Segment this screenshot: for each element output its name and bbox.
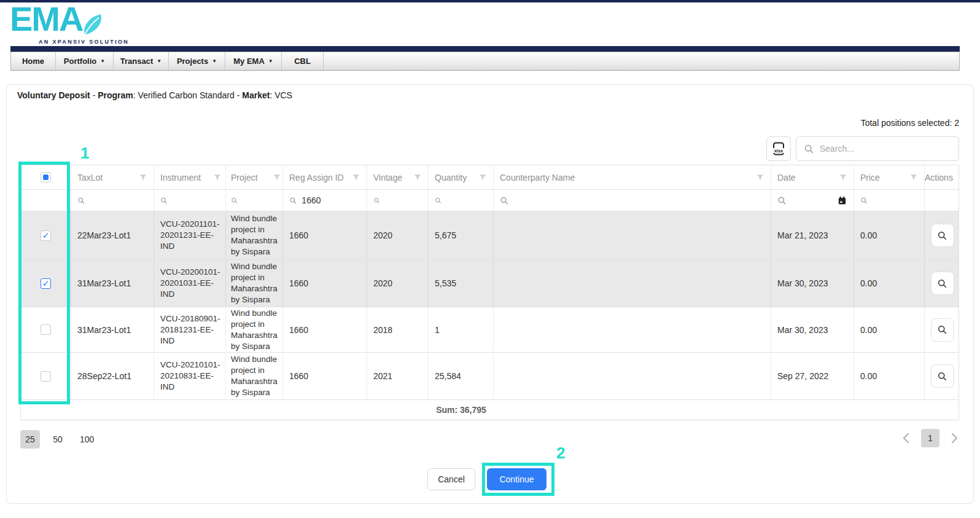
cell-counterparty [494,211,771,259]
filter-icon[interactable] [273,173,281,182]
cell-vintage: 2021 [367,353,429,399]
filter-icon[interactable] [413,173,422,182]
filter-icon[interactable] [478,173,487,182]
total-positions-selected: Total positions selected: 2 [861,118,959,128]
calendar-icon[interactable] [837,195,847,206]
table-sum-row: Sum: 36,795 [21,400,959,420]
filter-input-vintage[interactable] [385,195,422,205]
cell-taxlot: 31Mar23-Lot1 [71,307,154,352]
page-title: Voluntary Deposit - Program: Verified Ca… [17,90,292,100]
cell-counterparty [494,260,771,307]
row-checkbox[interactable] [41,230,51,241]
cell-counterparty [494,307,771,352]
filter-input-counterparty[interactable] [513,195,764,205]
table-row: 28Sep22-Lot1 VCU-20210101-20210831-EE-IN… [21,353,959,400]
filter-icon[interactable] [352,173,360,182]
nav-my-ema[interactable]: My EMA▼ [225,52,282,70]
filter-cell-project [226,190,283,211]
column-header-price[interactable]: Price [854,165,925,189]
filter-icon[interactable] [139,173,147,182]
export-xlsx-button[interactable]: xlsx [766,136,791,161]
filter-icon[interactable] [909,173,918,182]
page-size-selector: 25 50 100 [20,430,98,449]
row-view-button[interactable] [931,364,954,388]
prev-page-button[interactable] [901,432,911,444]
row-checkbox[interactable] [41,278,51,289]
filter-icon[interactable] [213,173,222,182]
nav-transact[interactable]: Transact▼ [114,52,169,70]
page-size-25[interactable]: 25 [20,430,40,449]
column-header-date[interactable]: Date [771,165,854,189]
cell-date: Sep 27, 2022 [771,353,854,399]
chevron-down-icon: ▼ [212,59,217,64]
chevron-right-icon [949,432,959,444]
search-icon [77,196,85,205]
cell-instrument: VCU-20200101-20201031-EE-IND [154,260,226,307]
row-view-button[interactable] [931,272,954,295]
pager: 1 [901,429,959,447]
magnifier-icon [937,278,947,289]
row-checkbox[interactable] [41,371,51,382]
filter-input-instrument[interactable] [173,195,222,205]
cell-quantity: 5,675 [429,211,494,259]
search-icon [373,196,380,205]
chevron-down-icon: ▼ [268,59,273,64]
logo-tagline: AN XPANSIV SOLUTION [39,39,129,45]
cell-project: Wind bundle project in Maharashtra by Si… [226,353,283,399]
cancel-button[interactable]: Cancel [427,468,475,490]
cell-counterparty [494,353,771,399]
cell-taxlot: 28Sep22-Lot1 [71,353,154,399]
column-header-reg-assign-id[interactable]: Reg Assign ID [283,165,367,189]
filter-icon[interactable] [756,173,764,182]
column-header-taxlot[interactable]: TaxLot [71,165,154,189]
magnifier-icon [937,324,947,335]
nav-home[interactable]: Home [11,52,56,70]
search-icon [500,196,508,205]
filter-input-quantity[interactable] [447,195,487,205]
search-icon [435,196,442,205]
nav-cbl[interactable]: CBL [282,52,324,70]
nav-portfolio[interactable]: Portfolio▼ [56,52,114,70]
column-header-counterparty-name[interactable]: Counterparty Name [494,165,771,189]
next-page-button[interactable] [949,432,959,444]
page-size-100[interactable]: 100 [76,430,98,449]
select-all-checkbox[interactable] [41,172,51,182]
xlsx-file-icon: xlsx [771,141,786,156]
row-view-button[interactable] [931,224,954,247]
svg-text:xlsx: xlsx [774,148,784,154]
cell-instrument: VCU-20201101-20201231-EE-IND [154,211,226,259]
filter-input-project[interactable] [243,195,281,205]
nav-projects[interactable]: Projects▼ [169,52,225,70]
filter-input-price[interactable] [873,195,918,205]
cell-date: Mar 30, 2023 [771,260,854,307]
continue-button[interactable]: Continue [487,468,546,490]
filter-cell-date [771,190,854,211]
filter-cell-actions [925,190,960,211]
row-view-button[interactable] [931,318,954,342]
search-icon [777,196,787,205]
column-header-quantity[interactable]: Quantity [429,165,494,189]
cell-project: Wind bundle project in Maharashtra by Si… [226,211,283,259]
chevron-down-icon: ▼ [157,59,161,64]
leaf-icon [80,14,105,36]
filter-cell-vintage [367,190,429,211]
column-header-project[interactable]: Project [226,165,283,189]
filter-input-taxlot[interactable] [90,195,147,205]
column-header-instrument[interactable]: Instrument [154,165,226,189]
ema-app-window: EMA AN XPANSIV SOLUTION Home Portfolio▼ … [0,0,980,518]
filter-icon[interactable] [839,173,847,182]
magnifier-icon [937,230,947,241]
filter-input-date[interactable] [791,195,832,205]
row-checkbox[interactable] [41,324,51,335]
search-input[interactable] [820,144,951,154]
current-page[interactable]: 1 [921,429,939,447]
cell-reg-assign-id: 1660 [283,307,367,352]
table-filter-row [21,190,959,211]
column-header-vintage[interactable]: Vintage [367,165,429,189]
search-icon [860,196,868,205]
page-size-50[interactable]: 50 [48,430,68,449]
cell-reg-assign-id: 1660 [283,260,367,307]
chevron-left-icon [901,432,911,444]
filter-input-reg-assign-id[interactable] [301,195,360,205]
table-row: 31Mar23-Lot1 VCU-20180901-20181231-EE-IN… [21,307,959,353]
